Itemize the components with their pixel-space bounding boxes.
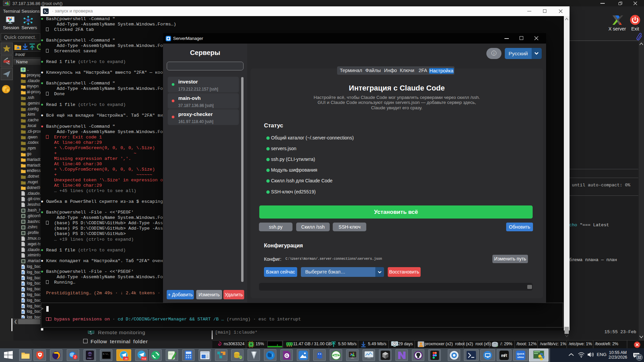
svg-text:.26: .26: [124, 357, 128, 360]
svg-text:G: G: [285, 354, 288, 358]
svg-text:utmo: utmo: [517, 356, 524, 359]
svg-text:R: R: [504, 353, 507, 358]
svg-text:HS: HS: [334, 354, 338, 357]
svg-text:FREY: FREY: [87, 357, 92, 359]
svg-text:715: 715: [142, 357, 146, 360]
svg-text:2: 2: [74, 355, 76, 359]
svg-text:Quick: Quick: [517, 352, 525, 355]
svg-text:C:\>_: C:\>_: [103, 353, 109, 355]
